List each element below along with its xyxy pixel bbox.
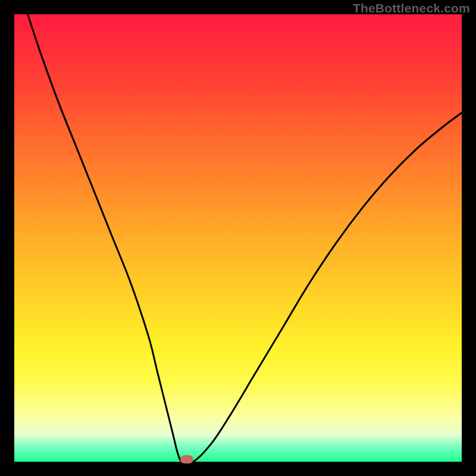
watermark-text: TheBottleneck.com — [353, 1, 470, 15]
bottleneck-curve — [14, 14, 462, 462]
chart-frame: TheBottleneck.com — [0, 0, 476, 476]
curve-path — [28, 14, 462, 464]
optimal-point-marker — [180, 455, 193, 464]
